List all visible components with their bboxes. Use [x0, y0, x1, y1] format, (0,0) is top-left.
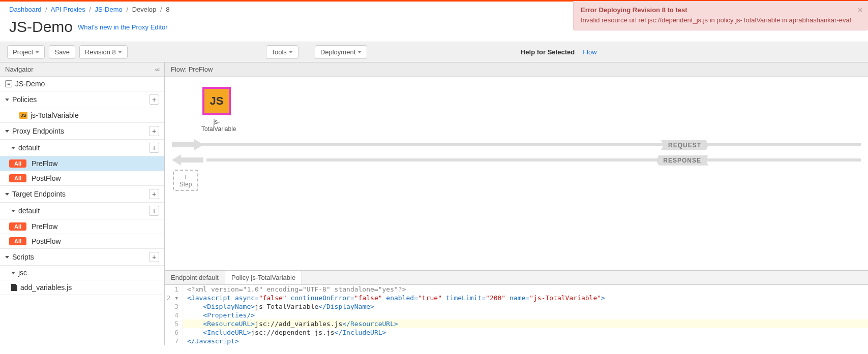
nav-section-proxy-endpoints[interactable]: Proxy Endpoints + [0, 123, 164, 140]
response-flow-track: RESPONSE [172, 157, 861, 163]
alert-title: Error Deploying Revision 8 to test [581, 6, 853, 14]
target-preflow-label: PreFlow [32, 222, 57, 231]
code-line: 6 <IncludeURL>jsc://dependent_js.js</Inc… [165, 328, 868, 337]
breadcrumb-proxy-name[interactable]: JS-Demo [95, 6, 123, 13]
nav-target-preflow[interactable]: All PreFlow [0, 219, 164, 234]
caret-down-icon [357, 51, 362, 53]
caret-down-icon [289, 51, 293, 53]
flow-header: Flow: PreFlow [165, 62, 868, 77]
deployment-dropdown[interactable]: Deployment [315, 45, 367, 59]
code-line: 1<?xml version="1.0" encoding="UTF-8" st… [165, 285, 868, 294]
add-step-button[interactable]: + Step [173, 170, 198, 191]
caret-down-icon [5, 130, 9, 133]
breadcrumb-sep: / [89, 6, 91, 13]
code-line: 4 <Properties/> [165, 311, 868, 319]
content-row: Navigator << ≡ JS-Demo Policies + JS js-… [0, 62, 868, 345]
breadcrumb-api-proxies[interactable]: API Proxies [51, 6, 85, 13]
flow-help-link[interactable]: Flow [583, 48, 596, 56]
add-proxy-flow-button[interactable]: + [149, 143, 159, 153]
navigator-title: Navigator [5, 66, 34, 73]
nav-section-target-endpoints[interactable]: Target Endpoints + [0, 186, 164, 203]
all-badge: All [9, 237, 26, 245]
all-badge: All [9, 222, 26, 231]
preflow-label: PreFlow [32, 159, 57, 168]
caret-down-icon [5, 256, 9, 259]
nav-section-policies[interactable]: Policies + [0, 91, 164, 108]
caret-down-icon [5, 193, 9, 196]
js-icon: JS [19, 112, 27, 119]
tab-endpoint-default[interactable]: Endpoint default [165, 271, 225, 284]
caret-down-icon [11, 210, 15, 212]
response-bar: RESPONSE [206, 158, 861, 162]
target-default-label: default [18, 207, 40, 215]
document-icon: ≡ [5, 80, 12, 87]
request-flow-track: REQUEST [172, 142, 861, 147]
code-tabs: Endpoint default Policy js-TotalVariable [165, 270, 868, 284]
request-bar: REQUEST [198, 143, 861, 146]
nav-jsc-folder[interactable]: jsc [0, 266, 164, 280]
add-proxy-endpoint-button[interactable]: + [149, 126, 159, 136]
step-label: Step [179, 181, 192, 188]
code-line-highlighted: 5 <ResourceURL>jsc://add_variables.js</R… [165, 319, 868, 328]
nav-script-file[interactable]: add_variables.js [0, 280, 164, 295]
tools-dropdown[interactable]: Tools [266, 45, 298, 59]
policy-name: js-TotalVariable [31, 111, 79, 119]
flow-policy-step[interactable]: JS js-TotalVariable [201, 87, 232, 133]
nav-proxy-postflow[interactable]: All PostFlow [0, 171, 164, 186]
all-badge: All [9, 174, 26, 182]
code-line: 3 <DisplayName>js-TotalVariable</Display… [165, 302, 868, 311]
main-panel: Flow: PreFlow JS js-TotalVariable REQUES… [165, 62, 868, 345]
nav-root-proxy[interactable]: ≡ JS-Demo [0, 77, 164, 91]
collapse-navigator-button[interactable]: << [155, 67, 159, 73]
plus-icon: + [184, 173, 188, 181]
file-icon [11, 284, 17, 291]
caret-down-icon [11, 147, 15, 149]
js-policy-icon: JS [202, 87, 231, 115]
response-label: RESPONSE [656, 155, 708, 166]
caret-down-icon [11, 272, 15, 274]
error-alert: Error Deploying Revision 8 to test Inval… [573, 1, 868, 30]
all-badge: All [9, 159, 26, 168]
policies-label: Policies [12, 95, 37, 104]
save-button[interactable]: Save [49, 45, 75, 59]
help-for-selected-label: Help for Selected [521, 48, 575, 56]
code-editor[interactable]: 1<?xml version="1.0" encoding="UTF-8" st… [165, 284, 868, 345]
breadcrumb-revision: 8 [166, 6, 169, 13]
request-label: REQUEST [661, 140, 708, 150]
postflow-label: PostFlow [32, 174, 61, 182]
breadcrumb-sep: / [160, 6, 162, 13]
page-header: JS-Demo What's new in the Proxy Editor E… [0, 16, 868, 42]
code-line: 2 ▾<Javascript async="false" continueOnE… [165, 294, 868, 302]
breadcrumb-dashboard[interactable]: Dashboard [9, 6, 42, 13]
caret-down-icon [5, 99, 9, 101]
breadcrumb-sep: / [45, 6, 47, 13]
main-toolbar: Project Save Revision 8 Tools Deployment… [0, 42, 868, 62]
breadcrumb-develop: Develop [132, 6, 157, 13]
nav-target-postflow[interactable]: All PostFlow [0, 234, 164, 249]
request-arrow-icon [172, 142, 195, 147]
tab-policy[interactable]: Policy js-TotalVariable [225, 271, 302, 285]
nav-section-scripts[interactable]: Scripts + [0, 249, 164, 266]
add-script-button[interactable]: + [149, 252, 159, 262]
breadcrumb-sep: / [126, 6, 128, 13]
scripts-label: Scripts [12, 253, 34, 261]
alert-close-button[interactable]: × [857, 5, 863, 16]
nav-proxy-default[interactable]: default + [0, 140, 164, 156]
add-target-endpoint-button[interactable]: + [149, 189, 159, 199]
code-line: 7</Javascript> [165, 337, 868, 345]
response-arrow-icon [180, 157, 203, 163]
add-target-flow-button[interactable]: + [149, 206, 159, 216]
nav-target-default[interactable]: default + [0, 203, 164, 219]
alert-message: Invalid resource url ref jsc://dependent… [581, 16, 853, 25]
project-dropdown[interactable]: Project [7, 45, 45, 59]
add-policy-button[interactable]: + [149, 94, 159, 105]
proxy-default-label: default [18, 144, 40, 152]
caret-down-icon [35, 51, 39, 53]
nav-proxy-preflow[interactable]: All PreFlow [0, 156, 164, 171]
revision-dropdown[interactable]: Revision 8 [79, 45, 128, 59]
whats-new-link[interactable]: What's new in the Proxy Editor [78, 23, 168, 31]
nav-policy-item[interactable]: JS js-TotalVariable [0, 108, 164, 123]
target-endpoints-label: Target Endpoints [12, 190, 66, 198]
target-postflow-label: PostFlow [32, 237, 61, 245]
navigator-panel: Navigator << ≡ JS-Demo Policies + JS js-… [0, 62, 165, 345]
